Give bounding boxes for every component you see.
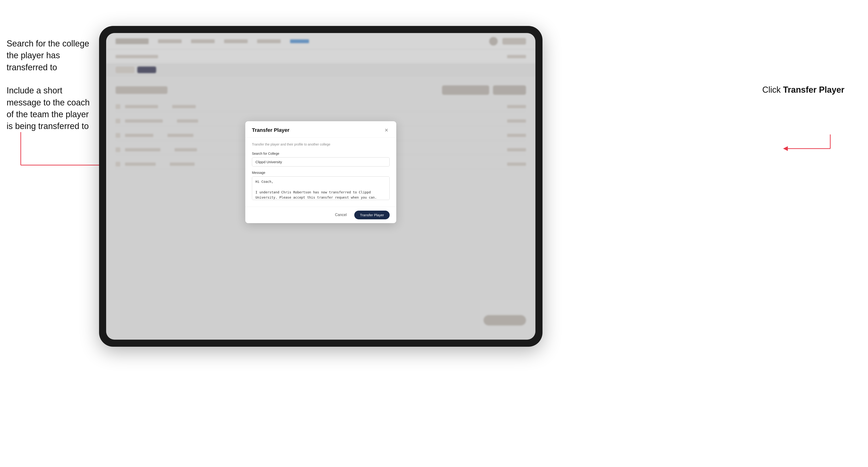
dialog-footer: Cancel Transfer Player [245,207,396,223]
dialog-body: Transfer the player and their profile to… [245,137,396,207]
arrow-right [778,134,844,153]
transfer-player-dialog: Transfer Player ✕ Transfer the player an… [245,121,396,223]
dialog-close-button[interactable]: ✕ [383,127,390,133]
annotation-text-1: Search for the college the player has tr… [7,38,96,73]
annotation-right-prefix: Click [762,85,783,95]
tablet-screen: Transfer Player ✕ Transfer the player an… [106,33,535,340]
modal-overlay: Transfer Player ✕ Transfer the player an… [106,33,535,340]
annotation-right: Click Transfer Player [762,85,844,95]
transfer-player-button[interactable]: Transfer Player [354,211,390,219]
message-textarea[interactable]: Hi Coach, I understand Chris Robertson h… [252,177,390,200]
message-label: Message [252,171,390,175]
tablet-frame: Transfer Player ✕ Transfer the player an… [99,26,542,347]
cancel-button[interactable]: Cancel [331,211,350,219]
annotation-left: Search for the college the player has tr… [7,38,96,144]
annotation-right-bold: Transfer Player [783,85,844,95]
dialog-description: Transfer the player and their profile to… [252,142,390,147]
dialog-title: Transfer Player [252,127,289,133]
search-college-input[interactable] [252,157,390,166]
dialog-header: Transfer Player ✕ [245,121,396,137]
annotation-text-2: Include a short message to the coach of … [7,85,96,132]
svg-marker-5 [783,146,788,151]
search-college-label: Search for College [252,152,390,155]
